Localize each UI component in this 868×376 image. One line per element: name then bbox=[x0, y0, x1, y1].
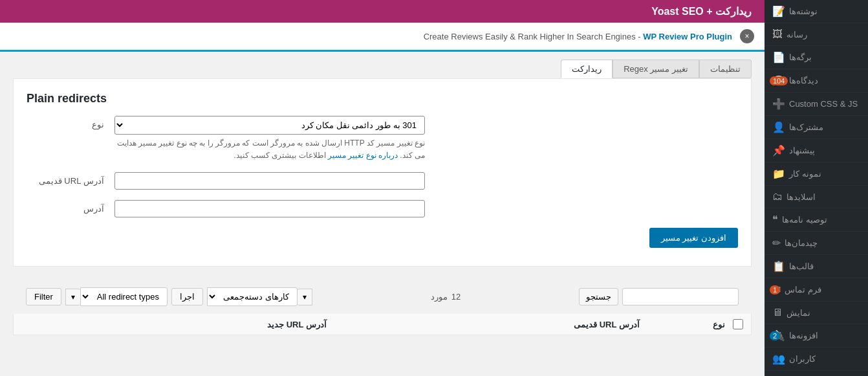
yoast-title: ریدارکت + Yoast SEO bbox=[651, 6, 752, 17]
sidebar-item-contact[interactable]: فرم تماس ✉ 1 bbox=[765, 278, 868, 302]
bulk-actions-select[interactable]: کارهای دسته‌جمعی bbox=[207, 287, 298, 306]
dropdown-arrow-icon: ▾ bbox=[71, 293, 75, 302]
column-new-url: آدرس URL جدید bbox=[21, 320, 327, 329]
pages-icon: 📄 bbox=[772, 51, 785, 63]
sidebar-item-sliders[interactable]: اسلایدها 🗂 bbox=[765, 186, 868, 208]
sidebar-item-layouts[interactable]: چیدمان‌ها ✏ bbox=[765, 232, 868, 255]
sidebar-item-label: برگه‌ها bbox=[789, 52, 812, 62]
custom-css-icon: ➕ bbox=[772, 98, 785, 110]
search-button[interactable]: جستجو bbox=[579, 288, 618, 305]
sidebar-item-posts[interactable]: نوشته‌ها 📝 bbox=[765, 0, 868, 23]
filter-button[interactable]: Filter bbox=[26, 288, 61, 305]
redirect-type-arrow-button[interactable]: ▾ bbox=[65, 289, 80, 305]
tab-settings[interactable]: تنظیمات bbox=[699, 60, 752, 78]
plugins-badge: 2 bbox=[770, 331, 780, 340]
type-label: نوع bbox=[27, 116, 104, 129]
sidebar-item-comments[interactable]: دیدگاه‌ها 💬 104 bbox=[765, 69, 868, 93]
sidebar-item-label: دیدگاه‌ها bbox=[789, 76, 818, 85]
sidebar-item-display[interactable]: نمایش 🖥 bbox=[765, 302, 868, 324]
bulk-arrow-button[interactable]: ▾ bbox=[298, 289, 312, 305]
select-all-checkbox[interactable] bbox=[733, 319, 743, 329]
old-url-row: آدرس URL قدیمی bbox=[27, 172, 738, 190]
media-icon: 🖼 bbox=[772, 28, 783, 40]
sidebar-item-label: رسانه bbox=[787, 30, 807, 39]
sidebar-item-newsletters[interactable]: توصیه نامه‌ها ❝ bbox=[765, 208, 868, 232]
redirect-type-group: All redirect types ▾ bbox=[65, 287, 168, 306]
banner-close-button[interactable]: × bbox=[740, 29, 754, 43]
sliders-icon: 🗂 bbox=[772, 191, 783, 203]
sidebar-item-plugins[interactable]: افزونه‌ها 🔌 2 bbox=[765, 324, 868, 348]
type-field: 301 به طور دائمی نقل مکان کرد نوع تغییر … bbox=[114, 116, 425, 162]
old-url-input[interactable] bbox=[114, 172, 425, 190]
banner-text: Create Reviews Easily & Rank Higher In S… bbox=[10, 32, 732, 41]
tab-redirect[interactable]: ریدارکت bbox=[561, 60, 613, 78]
newsletters-icon: ❝ bbox=[772, 214, 778, 226]
display-icon: 🖥 bbox=[772, 307, 783, 318]
search-input[interactable] bbox=[622, 288, 739, 305]
sidebar-item-templates[interactable]: قالب‌ها 📋 bbox=[765, 255, 868, 278]
top-banner: × Create Reviews Easily & Rank Higher In… bbox=[0, 23, 765, 52]
bulk-select-group: ▾ کارهای دسته‌جمعی bbox=[207, 287, 312, 306]
count-value: 12 bbox=[451, 292, 461, 302]
sidebar-item-users[interactable]: کاربران 👥 bbox=[765, 348, 868, 371]
sidebar-item-portfolio[interactable]: نمونه کار 📁 bbox=[765, 162, 868, 186]
sidebar-item-label: چیدمان‌ها bbox=[785, 238, 818, 248]
layouts-icon: ✏ bbox=[772, 237, 781, 249]
contact-badge: 1 bbox=[770, 285, 780, 294]
search-group: جستجو bbox=[579, 288, 739, 305]
sidebar-item-label: Custom CSS & JS bbox=[789, 99, 858, 109]
sidebar-item-pages[interactable]: برگه‌ها 📄 bbox=[765, 46, 868, 69]
count-row: 12 مورد bbox=[431, 292, 461, 302]
help-link[interactable]: درباره bbox=[376, 151, 398, 160]
posts-icon: 📝 bbox=[772, 5, 785, 17]
suggestions-icon: 📌 bbox=[772, 144, 785, 157]
new-url-field bbox=[114, 200, 425, 217]
filter-controls: ▾ کارهای دسته‌جمعی اجرا All redirect typ… bbox=[26, 287, 312, 306]
section-title: Plain redirects bbox=[27, 92, 738, 105]
banner-link[interactable]: WP Review Pro Plugin bbox=[643, 32, 732, 41]
close-icon: × bbox=[745, 32, 750, 41]
sidebar-item-label: افزونه‌ها bbox=[789, 331, 818, 340]
sidebar-item-label: توصیه نامه‌ها bbox=[782, 215, 827, 225]
new-url-label: آدرس bbox=[27, 200, 104, 214]
column-old-url: آدرس URL قدیمی bbox=[334, 320, 640, 329]
portfolio-icon: 📁 bbox=[772, 168, 785, 180]
column-type: نوع bbox=[647, 320, 725, 329]
yoast-header: ریدارکت + Yoast SEO bbox=[0, 0, 765, 23]
page-tabs: تنظیمات تغییر مسیر Regex ریدارکت bbox=[0, 52, 765, 78]
redirect-type-select[interactable]: All redirect types bbox=[80, 287, 168, 306]
sidebar-item-label: مشترک‌ها bbox=[789, 122, 823, 132]
sidebar-item-label: کاربران bbox=[789, 354, 816, 364]
count-suffix: مورد bbox=[431, 292, 448, 302]
sidebar-item-label: قالب‌ها bbox=[789, 261, 814, 271]
comments-badge: 104 bbox=[770, 76, 788, 85]
customers-icon: 👤 bbox=[772, 121, 785, 133]
content-area: Plain redirects 301 به طور دائمی نقل مکا… bbox=[13, 78, 752, 267]
filter-row: جستجو 12 مورد ▾ کارهای دسته‌جمعی اجرا bbox=[13, 280, 752, 314]
add-redirect-button[interactable]: افزودن تغییر مسیر bbox=[649, 228, 738, 248]
sidebar-item-custom-css[interactable]: Custom CSS & JS ➕ bbox=[765, 93, 868, 116]
sidebar-item-label: فرم تماس bbox=[785, 285, 821, 294]
help-link2[interactable]: نوع تغییر مسیر bbox=[326, 151, 376, 160]
submit-row: افزودن تغییر مسیر bbox=[27, 228, 738, 248]
type-select[interactable]: 301 به طور دائمی نقل مکان کرد bbox=[114, 116, 425, 135]
tab-regex[interactable]: تغییر مسیر Regex bbox=[613, 60, 699, 78]
type-help-text: نوع تغییر مسیر کد HTTP ارسال شده به مرور… bbox=[114, 137, 425, 162]
sidebar-item-label: نمایش bbox=[787, 308, 810, 318]
users-icon: 👥 bbox=[772, 353, 785, 365]
templates-icon: 📋 bbox=[772, 260, 785, 272]
sidebar-item-suggestions[interactable]: پیشنهاد 📌 bbox=[765, 139, 868, 162]
old-url-label: آدرس URL قدیمی bbox=[27, 172, 104, 186]
bulk-arrow-icon: ▾ bbox=[303, 293, 307, 302]
sidebar-item-label: نمونه کار bbox=[789, 169, 821, 179]
sidebar-item-tools[interactable]: ابزارها 🔧 bbox=[765, 371, 868, 376]
sidebar-item-label: اسلایدها bbox=[787, 192, 816, 202]
table-header: نوع آدرس URL قدیمی آدرس URL جدید bbox=[13, 314, 752, 335]
apply-button[interactable]: اجرا bbox=[171, 288, 203, 305]
new-url-input[interactable] bbox=[114, 200, 425, 217]
main-content: ریدارکت + Yoast SEO × Create Reviews Eas… bbox=[0, 0, 765, 376]
sidebar-item-label: نوشته‌ها bbox=[789, 6, 818, 16]
sidebar: نوشته‌ها 📝 رسانه 🖼 برگه‌ها 📄 دیدگاه‌ها 💬… bbox=[765, 0, 868, 376]
sidebar-item-customers[interactable]: مشترک‌ها 👤 bbox=[765, 116, 868, 139]
sidebar-item-media[interactable]: رسانه 🖼 bbox=[765, 23, 868, 46]
